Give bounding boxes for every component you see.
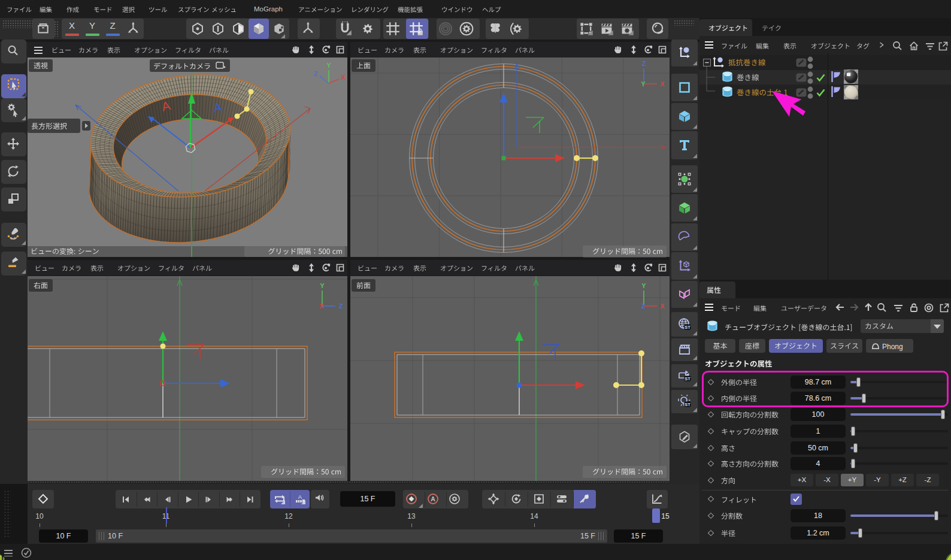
svg-text:X: X: [660, 80, 665, 87]
svg-text:Z: Z: [642, 60, 646, 67]
svg-text:Z: Z: [641, 302, 646, 310]
svg-text:Y: Y: [326, 62, 331, 69]
svg-text:X: X: [660, 302, 665, 310]
svg-text:Z: Z: [339, 302, 343, 310]
svg-text:A: A: [431, 495, 435, 503]
svg-text:Y: Y: [641, 282, 646, 289]
svg-text:X: X: [341, 74, 346, 81]
svg-text:Z: Z: [314, 70, 318, 77]
svg-text:Y: Y: [320, 282, 325, 289]
svg-text:ST: ST: [685, 325, 690, 330]
svg-text:X: X: [319, 302, 324, 310]
svg-text:ST: ST: [685, 402, 690, 407]
svg-text:Y: Y: [641, 80, 646, 87]
svg-text:A: A: [298, 494, 302, 500]
svg-text:ST: ST: [685, 376, 690, 382]
